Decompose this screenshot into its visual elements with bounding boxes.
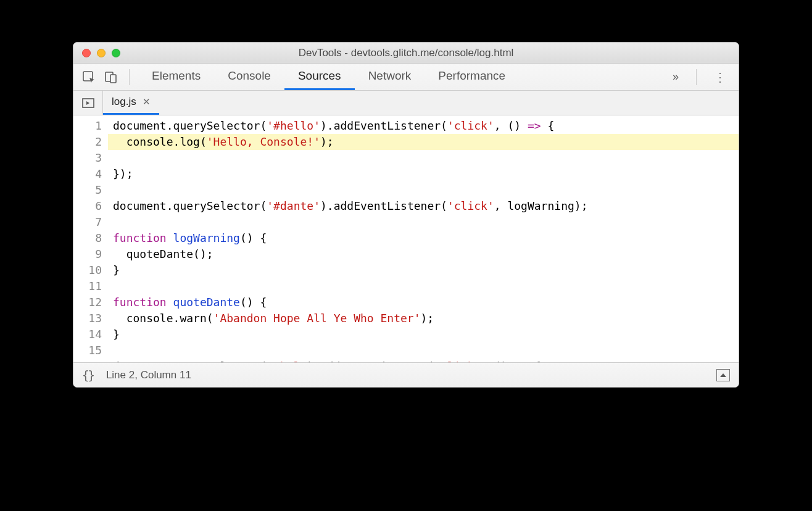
file-tab-label: log.js: [112, 96, 136, 108]
panel-tab-performance[interactable]: Performance: [425, 64, 519, 90]
line-number[interactable]: 10: [73, 262, 102, 278]
panel-tabs: ElementsConsoleSourcesNetworkPerformance: [138, 64, 519, 90]
line-number[interactable]: 11: [73, 278, 102, 294]
code-line[interactable]: function logWarning() {: [113, 231, 267, 244]
code-line[interactable]: console.log('Hello, Console!');: [108, 134, 739, 150]
line-number[interactable]: 2: [73, 134, 102, 150]
line-number[interactable]: 5: [73, 182, 102, 198]
line-number[interactable]: 12: [73, 294, 102, 310]
inspect-element-icon[interactable]: [80, 68, 98, 86]
devtools-window: DevTools - devtools.glitch.me/console/lo…: [73, 42, 739, 388]
close-file-icon[interactable]: ✕: [143, 96, 151, 107]
code-line[interactable]: }: [113, 264, 120, 276]
panel-tab-console[interactable]: Console: [214, 64, 284, 90]
line-number[interactable]: 9: [73, 246, 102, 262]
line-number-gutter: 123456789101112131415: [73, 115, 108, 362]
code-line[interactable]: document.querySelector('#dante').addEven…: [113, 199, 587, 212]
code-line[interactable]: }: [113, 328, 120, 341]
source-editor[interactable]: 123456789101112131415 document.querySele…: [73, 115, 739, 362]
line-number[interactable]: 8: [73, 230, 102, 246]
line-number[interactable]: 6: [73, 198, 102, 214]
code-line[interactable]: quoteDante();: [113, 247, 213, 260]
code-line[interactable]: document.querySelector('#hello').addEven…: [113, 119, 554, 132]
pretty-print-icon[interactable]: {}: [82, 368, 94, 382]
code-content[interactable]: document.querySelector('#hello').addEven…: [108, 115, 739, 362]
code-line[interactable]: function quoteDante() {: [113, 296, 267, 309]
line-number[interactable]: 1: [73, 118, 102, 134]
svg-rect-2: [110, 75, 116, 83]
panel-tab-network[interactable]: Network: [355, 64, 425, 90]
code-line[interactable]: console.warn('Abandon Hope All Ye Who En…: [113, 312, 434, 325]
code-line[interactable]: document.querySelector('#hal').addEventL…: [113, 360, 541, 362]
separator: [696, 69, 697, 85]
line-number[interactable]: 4: [73, 166, 102, 182]
settings-menu-icon[interactable]: ⋮: [708, 70, 732, 85]
titlebar: DevTools - devtools.glitch.me/console/lo…: [73, 43, 739, 64]
main-toolbar: ElementsConsoleSourcesNetworkPerformance…: [73, 64, 739, 91]
line-number[interactable]: 14: [73, 326, 102, 343]
toggle-drawer-icon[interactable]: [716, 369, 730, 381]
panel-tab-elements[interactable]: Elements: [138, 64, 214, 90]
line-number[interactable]: 3: [73, 150, 102, 166]
toggle-device-icon[interactable]: [102, 68, 120, 86]
cursor-position: Line 2, Column 11: [106, 369, 191, 381]
line-number[interactable]: 13: [73, 310, 102, 326]
show-navigator-icon[interactable]: [73, 91, 103, 115]
panel-tab-sources[interactable]: Sources: [284, 64, 355, 90]
file-tab-bar: log.js ✕: [73, 91, 739, 115]
status-bar: {} Line 2, Column 11: [73, 362, 739, 387]
code-line[interactable]: });: [113, 167, 133, 180]
window-title: DevTools - devtools.glitch.me/console/lo…: [73, 47, 739, 59]
line-number[interactable]: 15: [73, 343, 102, 359]
separator: [129, 69, 130, 85]
line-number[interactable]: 7: [73, 214, 102, 230]
file-tab-active[interactable]: log.js ✕: [103, 91, 159, 115]
more-tabs-icon[interactable]: »: [666, 70, 685, 83]
